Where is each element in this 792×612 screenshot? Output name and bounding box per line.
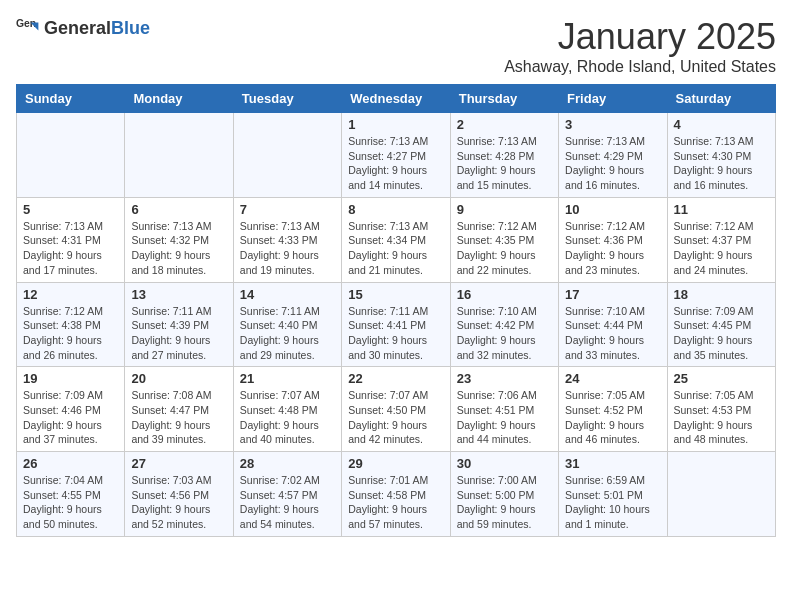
day-info: Sunrise: 7:13 AM Sunset: 4:27 PM Dayligh… <box>348 134 443 193</box>
calendar-title: January 2025 <box>504 16 776 58</box>
day-cell: 30Sunrise: 7:00 AM Sunset: 5:00 PM Dayli… <box>450 452 558 537</box>
day-cell: 14Sunrise: 7:11 AM Sunset: 4:40 PM Dayli… <box>233 282 341 367</box>
day-info: Sunrise: 6:59 AM Sunset: 5:01 PM Dayligh… <box>565 473 660 532</box>
weekday-header-friday: Friday <box>559 85 667 113</box>
day-cell: 28Sunrise: 7:02 AM Sunset: 4:57 PM Dayli… <box>233 452 341 537</box>
day-info: Sunrise: 7:09 AM Sunset: 4:45 PM Dayligh… <box>674 304 769 363</box>
day-cell <box>233 113 341 198</box>
day-cell <box>125 113 233 198</box>
day-cell: 13Sunrise: 7:11 AM Sunset: 4:39 PM Dayli… <box>125 282 233 367</box>
weekday-header-saturday: Saturday <box>667 85 775 113</box>
day-number: 13 <box>131 287 226 302</box>
day-info: Sunrise: 7:12 AM Sunset: 4:36 PM Dayligh… <box>565 219 660 278</box>
day-number: 24 <box>565 371 660 386</box>
day-info: Sunrise: 7:08 AM Sunset: 4:47 PM Dayligh… <box>131 388 226 447</box>
day-info: Sunrise: 7:06 AM Sunset: 4:51 PM Dayligh… <box>457 388 552 447</box>
day-info: Sunrise: 7:11 AM Sunset: 4:40 PM Dayligh… <box>240 304 335 363</box>
day-number: 9 <box>457 202 552 217</box>
day-info: Sunrise: 7:12 AM Sunset: 4:38 PM Dayligh… <box>23 304 118 363</box>
day-number: 23 <box>457 371 552 386</box>
day-cell: 4Sunrise: 7:13 AM Sunset: 4:30 PM Daylig… <box>667 113 775 198</box>
day-number: 16 <box>457 287 552 302</box>
day-number: 30 <box>457 456 552 471</box>
day-info: Sunrise: 7:05 AM Sunset: 4:53 PM Dayligh… <box>674 388 769 447</box>
day-cell: 27Sunrise: 7:03 AM Sunset: 4:56 PM Dayli… <box>125 452 233 537</box>
day-info: Sunrise: 7:12 AM Sunset: 4:37 PM Dayligh… <box>674 219 769 278</box>
title-section: January 2025 Ashaway, Rhode Island, Unit… <box>504 16 776 76</box>
day-info: Sunrise: 7:13 AM Sunset: 4:33 PM Dayligh… <box>240 219 335 278</box>
day-cell: 17Sunrise: 7:10 AM Sunset: 4:44 PM Dayli… <box>559 282 667 367</box>
day-cell: 15Sunrise: 7:11 AM Sunset: 4:41 PM Dayli… <box>342 282 450 367</box>
day-number: 21 <box>240 371 335 386</box>
day-cell: 26Sunrise: 7:04 AM Sunset: 4:55 PM Dayli… <box>17 452 125 537</box>
day-cell: 2Sunrise: 7:13 AM Sunset: 4:28 PM Daylig… <box>450 113 558 198</box>
day-number: 11 <box>674 202 769 217</box>
day-cell: 24Sunrise: 7:05 AM Sunset: 4:52 PM Dayli… <box>559 367 667 452</box>
day-cell: 25Sunrise: 7:05 AM Sunset: 4:53 PM Dayli… <box>667 367 775 452</box>
day-info: Sunrise: 7:07 AM Sunset: 4:50 PM Dayligh… <box>348 388 443 447</box>
day-cell: 9Sunrise: 7:12 AM Sunset: 4:35 PM Daylig… <box>450 197 558 282</box>
week-row-2: 12Sunrise: 7:12 AM Sunset: 4:38 PM Dayli… <box>17 282 776 367</box>
logo-general: General <box>44 18 111 38</box>
day-info: Sunrise: 7:00 AM Sunset: 5:00 PM Dayligh… <box>457 473 552 532</box>
weekday-header-row: SundayMondayTuesdayWednesdayThursdayFrid… <box>17 85 776 113</box>
day-cell: 21Sunrise: 7:07 AM Sunset: 4:48 PM Dayli… <box>233 367 341 452</box>
day-number: 26 <box>23 456 118 471</box>
day-cell: 20Sunrise: 7:08 AM Sunset: 4:47 PM Dayli… <box>125 367 233 452</box>
day-number: 3 <box>565 117 660 132</box>
day-cell: 8Sunrise: 7:13 AM Sunset: 4:34 PM Daylig… <box>342 197 450 282</box>
logo-blue: Blue <box>111 18 150 38</box>
day-info: Sunrise: 7:10 AM Sunset: 4:42 PM Dayligh… <box>457 304 552 363</box>
day-number: 29 <box>348 456 443 471</box>
day-cell: 7Sunrise: 7:13 AM Sunset: 4:33 PM Daylig… <box>233 197 341 282</box>
day-number: 2 <box>457 117 552 132</box>
day-number: 7 <box>240 202 335 217</box>
weekday-header-tuesday: Tuesday <box>233 85 341 113</box>
day-number: 12 <box>23 287 118 302</box>
weekday-header-sunday: Sunday <box>17 85 125 113</box>
day-cell: 6Sunrise: 7:13 AM Sunset: 4:32 PM Daylig… <box>125 197 233 282</box>
day-info: Sunrise: 7:05 AM Sunset: 4:52 PM Dayligh… <box>565 388 660 447</box>
day-number: 8 <box>348 202 443 217</box>
day-cell: 5Sunrise: 7:13 AM Sunset: 4:31 PM Daylig… <box>17 197 125 282</box>
day-number: 19 <box>23 371 118 386</box>
weekday-header-thursday: Thursday <box>450 85 558 113</box>
day-cell: 31Sunrise: 6:59 AM Sunset: 5:01 PM Dayli… <box>559 452 667 537</box>
day-number: 28 <box>240 456 335 471</box>
day-info: Sunrise: 7:13 AM Sunset: 4:28 PM Dayligh… <box>457 134 552 193</box>
day-number: 1 <box>348 117 443 132</box>
weekday-header-monday: Monday <box>125 85 233 113</box>
day-info: Sunrise: 7:04 AM Sunset: 4:55 PM Dayligh… <box>23 473 118 532</box>
day-info: Sunrise: 7:13 AM Sunset: 4:34 PM Dayligh… <box>348 219 443 278</box>
day-number: 25 <box>674 371 769 386</box>
day-number: 22 <box>348 371 443 386</box>
day-info: Sunrise: 7:13 AM Sunset: 4:29 PM Dayligh… <box>565 134 660 193</box>
day-number: 18 <box>674 287 769 302</box>
day-info: Sunrise: 7:10 AM Sunset: 4:44 PM Dayligh… <box>565 304 660 363</box>
day-cell: 12Sunrise: 7:12 AM Sunset: 4:38 PM Dayli… <box>17 282 125 367</box>
week-row-1: 5Sunrise: 7:13 AM Sunset: 4:31 PM Daylig… <box>17 197 776 282</box>
day-info: Sunrise: 7:01 AM Sunset: 4:58 PM Dayligh… <box>348 473 443 532</box>
day-cell <box>17 113 125 198</box>
page-header: Gen GeneralBlue January 2025 Ashaway, Rh… <box>16 16 776 76</box>
day-number: 6 <box>131 202 226 217</box>
calendar-subtitle: Ashaway, Rhode Island, United States <box>504 58 776 76</box>
week-row-0: 1Sunrise: 7:13 AM Sunset: 4:27 PM Daylig… <box>17 113 776 198</box>
day-cell: 29Sunrise: 7:01 AM Sunset: 4:58 PM Dayli… <box>342 452 450 537</box>
day-number: 15 <box>348 287 443 302</box>
day-number: 31 <box>565 456 660 471</box>
day-number: 10 <box>565 202 660 217</box>
day-info: Sunrise: 7:12 AM Sunset: 4:35 PM Dayligh… <box>457 219 552 278</box>
day-cell: 19Sunrise: 7:09 AM Sunset: 4:46 PM Dayli… <box>17 367 125 452</box>
day-info: Sunrise: 7:09 AM Sunset: 4:46 PM Dayligh… <box>23 388 118 447</box>
day-info: Sunrise: 7:07 AM Sunset: 4:48 PM Dayligh… <box>240 388 335 447</box>
day-number: 14 <box>240 287 335 302</box>
logo-icon: Gen <box>16 16 40 40</box>
day-number: 27 <box>131 456 226 471</box>
day-number: 4 <box>674 117 769 132</box>
calendar-body: 1Sunrise: 7:13 AM Sunset: 4:27 PM Daylig… <box>17 113 776 537</box>
day-cell: 11Sunrise: 7:12 AM Sunset: 4:37 PM Dayli… <box>667 197 775 282</box>
day-cell: 16Sunrise: 7:10 AM Sunset: 4:42 PM Dayli… <box>450 282 558 367</box>
day-cell: 3Sunrise: 7:13 AM Sunset: 4:29 PM Daylig… <box>559 113 667 198</box>
weekday-header-wednesday: Wednesday <box>342 85 450 113</box>
